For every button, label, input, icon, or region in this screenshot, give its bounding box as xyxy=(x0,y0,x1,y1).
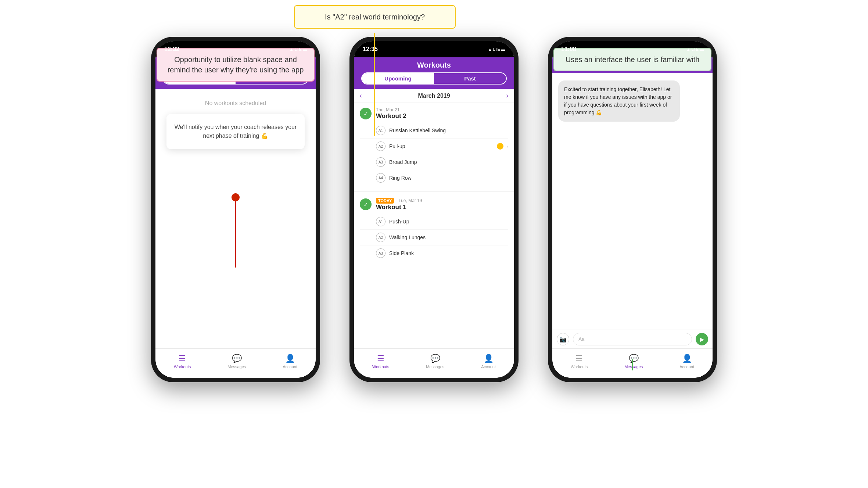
phone1-workouts-icon: ☰ xyxy=(179,354,186,363)
phone2-date-2: Tue, Mar 19 xyxy=(398,198,422,203)
phone2-calendar-nav: ‹ March 2019 › xyxy=(354,89,514,103)
phone2-month: March 2019 xyxy=(418,93,450,99)
phone2-ex2-name-a3: Side Plank xyxy=(389,250,508,256)
phone3-workouts-icon: ☰ xyxy=(575,354,583,363)
phone2-content: ✓ Thu, Mar 21 Workout 2 A1 Russian xyxy=(354,103,514,348)
phone2: 12:35 ▲ LTE ▬ Workouts Upcoming Past ‹ xyxy=(349,37,519,382)
phone3-input-row: 📷 Aa ▶ xyxy=(552,330,713,348)
phone2-workouts-label: Workouts xyxy=(372,365,389,369)
phone2-ex-name-a4: Ring Row xyxy=(389,175,508,181)
phone3-messages-label: Messages xyxy=(624,365,643,369)
phone2-section-2: ✓ TODAY Tue, Mar 19 Workout 1 xyxy=(354,193,514,265)
phone3-workouts-label: Workouts xyxy=(571,365,588,369)
phone2-divider xyxy=(354,191,514,192)
phone3-messages-icon: 💬 xyxy=(629,354,639,363)
phone2-time: 12:35 xyxy=(363,46,378,53)
phone1-inner: 12:32 ▲ LTE ▬ Workouts Upcoming Past No … xyxy=(155,41,316,378)
annotation-yellow-line xyxy=(374,33,375,136)
annotation-pink-text: Opportunity to utilize blank space and r… xyxy=(168,55,304,74)
phone2-workout2-info: Thu, Mar 21 Workout 2 xyxy=(376,107,406,120)
phone3-screen: 11:08 ▲ LTE ▬ ◀ App Store Messages Done … xyxy=(552,41,713,378)
phone2-status-icons: ▲ LTE ▬ xyxy=(488,47,505,51)
phone2-badge-2-a1: A1 xyxy=(376,217,385,226)
phone2-ex-chevron-a2: › xyxy=(506,143,508,149)
phone1-no-workouts: No workouts scheduled xyxy=(163,100,308,107)
phone2-ex2-name-a2: Walking Lunges xyxy=(389,234,508,240)
phone3-camera-btn[interactable]: 📷 xyxy=(557,333,569,345)
phone3-nav-messages[interactable]: 💬 Messages xyxy=(624,354,643,369)
annotation-green-text: Uses an interface the user is familiar w… xyxy=(566,55,700,64)
phone2-ex2-name-a1: Push-Up xyxy=(389,219,508,225)
phone3-nav-account[interactable]: 👤 Account xyxy=(679,354,694,369)
annotation-yellow: Is "A2" real world terminology? xyxy=(294,5,456,29)
phone2-workout1-info: TODAY Tue, Mar 19 Workout 1 xyxy=(376,198,422,211)
phone2-header: Workouts Upcoming Past xyxy=(354,57,514,89)
phone3-inner: 11:08 ▲ LTE ▬ ◀ App Store Messages Done … xyxy=(552,41,713,378)
green-line xyxy=(632,359,633,370)
phone2-badge-a1: A1 xyxy=(376,126,385,135)
phone2-badge-2-a3: A3 xyxy=(376,248,385,258)
phone1-red-annotation xyxy=(155,193,316,268)
phone2-seg-upcoming[interactable]: Upcoming xyxy=(362,73,434,84)
phone3-time: 11:08 xyxy=(561,46,576,53)
phone3-nav-workouts[interactable]: ☰ Workouts xyxy=(571,354,588,369)
phone2-today-badge: TODAY xyxy=(376,198,394,204)
phone1-wrapper: 12:32 ▲ LTE ▬ Workouts Upcoming Past No … xyxy=(151,37,320,382)
phone1-notify-text: We'll notify you when your coach release… xyxy=(175,124,297,139)
phone2-ex1-a3[interactable]: A3 Broad Jump xyxy=(360,154,508,170)
phone2-nav-account[interactable]: 👤 Account xyxy=(481,354,496,369)
phone2-ex1-a2[interactable]: A2 Pull-up › xyxy=(360,139,508,154)
phone2-badge-2-a2: A2 xyxy=(376,233,385,242)
phone2-prev-month[interactable]: ‹ xyxy=(360,92,362,100)
phone2-seg-past[interactable]: Past xyxy=(434,73,506,84)
phone3-send-btn[interactable]: ▶ xyxy=(696,333,708,345)
phone3-status-icons: ▲ LTE ▬ xyxy=(686,47,704,51)
phone1: 12:32 ▲ LTE ▬ Workouts Upcoming Past No … xyxy=(151,37,320,382)
phone2-messages-label: Messages xyxy=(426,365,444,369)
phone2-ex2-a2[interactable]: A2 Walking Lunges xyxy=(360,230,508,245)
phone1-content: No workouts scheduled We'll notify you w… xyxy=(155,89,316,348)
phone3-message-text: Excited to start training together, Elis… xyxy=(564,86,672,115)
phone2-ex-dot-a2 xyxy=(497,143,503,150)
phone1-nav-messages[interactable]: 💬 Messages xyxy=(227,354,246,369)
phone2-nav-workouts[interactable]: ☰ Workouts xyxy=(372,354,389,369)
phone1-account-icon: 👤 xyxy=(285,354,295,363)
phone3-messages-content: Excited to start training together, Elis… xyxy=(552,73,713,330)
phone2-workouts-icon: ☰ xyxy=(377,354,384,363)
phone3-account-label: Account xyxy=(679,365,694,369)
page-container: Is "A2" real world terminology? 12:32 ▲ … xyxy=(0,0,868,488)
phone3-send-icon: ▶ xyxy=(700,336,704,343)
phone2-date-1: Thu, Mar 21 xyxy=(376,107,406,112)
phone2-account-icon: 👤 xyxy=(484,354,494,363)
phone2-ex-name-a2: Pull-up xyxy=(389,143,497,149)
phone2-workout-list: ✓ Thu, Mar 21 Workout 2 A1 Russian xyxy=(354,103,514,348)
phone2-ex-name-a3: Broad Jump xyxy=(389,159,508,165)
phone2-nav-messages[interactable]: 💬 Messages xyxy=(426,354,444,369)
phone1-nav-workouts[interactable]: ☰ Workouts xyxy=(174,354,191,369)
phone2-ex1-a4[interactable]: A4 Ring Row xyxy=(360,170,508,186)
phone1-screen: 12:32 ▲ LTE ▬ Workouts Upcoming Past No … xyxy=(155,41,316,378)
phone1-notify-card: We'll notify you when your coach release… xyxy=(166,114,305,149)
phone2-workout2-name: Workout 2 xyxy=(376,112,406,120)
phone2-ex2-a1[interactable]: A1 Push-Up xyxy=(360,214,508,230)
phone2-badge-a2: A2 xyxy=(376,141,385,151)
phone2-next-month[interactable]: › xyxy=(506,92,508,100)
phone2-ex1-a1[interactable]: A1 Russian Kettlebell Swing xyxy=(360,123,508,139)
phone2-seg-control[interactable]: Upcoming Past xyxy=(361,72,507,85)
phone3-msg-input[interactable]: Aa xyxy=(573,333,692,345)
phone1-time: 12:32 xyxy=(164,46,179,53)
phone3-wrapper: 11:08 ▲ LTE ▬ ◀ App Store Messages Done … xyxy=(548,37,717,382)
phone1-bottom-nav: ☰ Workouts 💬 Messages 👤 Account xyxy=(155,348,316,378)
phone1-nav-account[interactable]: 👤 Account xyxy=(283,354,297,369)
phone2-workout2-header: ✓ Thu, Mar 21 Workout 2 xyxy=(360,107,508,120)
phone2-ex2-a3[interactable]: A3 Side Plank xyxy=(360,245,508,261)
phone2-workout1-name: Workout 1 xyxy=(376,204,422,211)
phone1-red-dot xyxy=(232,193,240,201)
phone1-messages-label: Messages xyxy=(227,365,246,369)
phone2-badge-a4: A4 xyxy=(376,173,385,183)
phone2-inner: 12:35 ▲ LTE ▬ Workouts Upcoming Past ‹ xyxy=(354,41,514,378)
phone2-status-bar: 12:35 ▲ LTE ▬ xyxy=(354,41,514,57)
phone3-message-bubble: Excited to start training together, Elis… xyxy=(558,80,680,122)
phone2-account-label: Account xyxy=(481,365,496,369)
phone2-screen: 12:35 ▲ LTE ▬ Workouts Upcoming Past ‹ xyxy=(354,41,514,378)
